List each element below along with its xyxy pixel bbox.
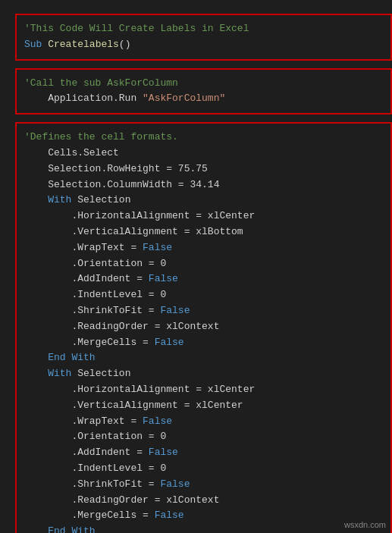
code-line: 'Defines the cell formats. bbox=[24, 130, 383, 146]
code-line: .WrapText = False bbox=[24, 240, 383, 256]
code-line: With Selection bbox=[24, 366, 383, 382]
keyword: With bbox=[48, 194, 71, 205]
code-line: Application.Run "AskForColumn" bbox=[24, 91, 383, 107]
watermark: wsxdn.com bbox=[344, 520, 386, 529]
code-container: 1 'This Code Will Create Labels in Excel… bbox=[8, 8, 384, 533]
code-line: .AddIndent = False bbox=[24, 271, 383, 287]
code-line: .VerticalAlignment = xlBottom bbox=[24, 224, 383, 240]
code-line: .HorizontalAlignment = xlCenter bbox=[24, 208, 383, 224]
block-3-wrapper: 3 'Defines the cell formats. Cells.Selec… bbox=[15, 122, 392, 533]
code-block-1: 1 'This Code Will Create Labels in Excel… bbox=[15, 14, 392, 61]
plain-text: () bbox=[119, 39, 131, 50]
code-line: Sub Createlabels() bbox=[24, 37, 383, 53]
code-line: .WrapText = False bbox=[24, 414, 383, 430]
keyword: End With bbox=[48, 525, 95, 533]
code-line: .ReadingOrder = xlContext bbox=[24, 319, 383, 335]
code-line: .MergeCells = False bbox=[24, 335, 383, 351]
keyword: False bbox=[160, 478, 190, 490]
code-line: 'Call the sub AskForColumn bbox=[24, 76, 383, 92]
code-line: .AddIndent = False bbox=[24, 445, 383, 461]
keyword: End With bbox=[48, 352, 95, 363]
keyword: False bbox=[155, 337, 184, 348]
code-line: .HorizontalAlignment = xlCenter bbox=[24, 382, 383, 398]
code-line: With Selection bbox=[24, 193, 383, 208]
code-line: .IndentLevel = 0 bbox=[24, 287, 383, 303]
code-line: End With bbox=[24, 524, 383, 533]
code-line: .Orientation = 0 bbox=[24, 429, 383, 445]
code-line: Cells.Select bbox=[24, 146, 383, 161]
code-line: Selection.RowHeight = 75.75 bbox=[24, 161, 383, 177]
code-line: .VerticalAlignment = xlCenter bbox=[24, 398, 383, 414]
code-line: .ShrinkToFit = False bbox=[24, 303, 383, 319]
keyword: False bbox=[149, 447, 178, 458]
code-block-3: 3 'Defines the cell formats. Cells.Selec… bbox=[15, 122, 392, 533]
block-1-wrapper: 1 'This Code Will Create Labels in Excel… bbox=[15, 14, 392, 61]
code-line: 'This Code Will Create Labels in Excel bbox=[24, 21, 383, 37]
code-block-2: 2 'Call the sub AskForColumn Application… bbox=[15, 68, 392, 115]
keyword: False bbox=[160, 305, 190, 316]
code-line: .ShrinkToFit = False bbox=[24, 477, 383, 493]
keyword: False bbox=[155, 509, 184, 521]
sub-name: Createlabels bbox=[48, 39, 119, 50]
code-line: .ReadingOrder = xlContext bbox=[24, 493, 383, 509]
keyword: Sub bbox=[24, 39, 48, 50]
keyword: False bbox=[143, 415, 172, 427]
code-line: .MergeCells = False bbox=[24, 508, 383, 524]
keyword: False bbox=[143, 242, 172, 253]
string-value: "AskForColumn" bbox=[143, 92, 225, 104]
code-line: .Orientation = 0 bbox=[24, 256, 383, 272]
code-line: Selection.ColumnWidth = 34.14 bbox=[24, 177, 383, 193]
code-line: End With bbox=[24, 350, 383, 366]
keyword: False bbox=[149, 273, 178, 284]
keyword: With bbox=[48, 368, 71, 379]
code-line: .IndentLevel = 0 bbox=[24, 461, 383, 477]
block-2-wrapper: 2 'Call the sub AskForColumn Application… bbox=[15, 68, 392, 115]
